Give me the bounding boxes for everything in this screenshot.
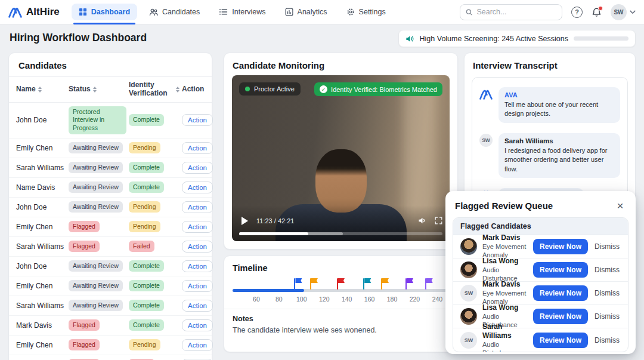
tab-settings[interactable]: Settings: [339, 4, 393, 20]
close-icon[interactable]: [614, 199, 626, 211]
tab-label: Settings: [359, 8, 386, 16]
review-now-button[interactable]: Review Now: [533, 262, 588, 278]
tab-dashboard[interactable]: Dashboard: [72, 4, 137, 20]
action-button[interactable]: Action: [182, 241, 213, 253]
althire-logo-icon: [8, 7, 22, 18]
status-badge: Proctored Interview in Progress: [69, 106, 126, 134]
status-badge: Awaiting Review: [69, 201, 123, 213]
timeline-flag-icon[interactable]: [425, 278, 433, 290]
avatar: SW: [611, 4, 627, 20]
action-button[interactable]: Action: [182, 300, 213, 312]
message-text: I redesigned a food delivery app for smo…: [504, 146, 614, 174]
column-header-status[interactable]: Status: [69, 85, 126, 94]
column-header-verification[interactable]: Identity Verification: [129, 81, 179, 98]
tab-analytics[interactable]: Analytics: [278, 4, 335, 20]
status-badge: Awaiting Review: [69, 162, 123, 174]
verification-badge: Complete: [129, 300, 164, 312]
navbar-actions: SW: [460, 4, 636, 20]
chevron-down-icon: [630, 10, 636, 14]
notes-section: Notes The candidate interview wele ses w…: [224, 309, 457, 334]
candidate-name: John Doe: [16, 203, 66, 211]
dismiss-button[interactable]: Dismiss: [593, 240, 621, 253]
candidates-table-header: Name Status Identity Verification Action: [9, 77, 212, 103]
action-button[interactable]: Action: [182, 162, 213, 174]
page-title: Hiring Workflow Dashboard: [10, 32, 147, 44]
action-button[interactable]: Action: [182, 142, 213, 154]
flagged-candidate-row: Lisa Wong Audio Disturbance Review Now D…: [453, 259, 628, 282]
help-icon[interactable]: [571, 7, 583, 18]
action-button[interactable]: Action: [182, 201, 213, 213]
flagged-candidates-list: Mark Davis Eye Movement Anomaly Review N…: [453, 235, 628, 352]
speaker-icon: [405, 35, 414, 43]
fullscreen-icon[interactable]: [435, 217, 442, 224]
volume-icon[interactable]: [418, 217, 427, 224]
action-button[interactable]: Action: [182, 114, 213, 126]
review-now-button[interactable]: Review Now: [533, 239, 588, 254]
status-badge: Awaiting Review: [69, 142, 123, 154]
message-avatar: SW: [479, 133, 493, 147]
tab-candidates[interactable]: Candidates: [142, 4, 207, 20]
verification-badge: Complete: [129, 319, 164, 331]
flagged-info: Lisa Wong Audio Disturbance: [482, 257, 528, 283]
review-now-button[interactable]: Review Now: [533, 333, 588, 348]
candidate-name: Emily Chen: [16, 282, 66, 290]
flagged-name: Mark Davis: [482, 233, 528, 242]
action-button[interactable]: Action: [182, 181, 213, 193]
verification-badge: Pending: [129, 221, 160, 233]
search-box[interactable]: [460, 4, 562, 20]
people-icon: [149, 8, 158, 16]
brand[interactable]: AltHire: [8, 6, 60, 18]
flagged-avatar: [460, 238, 477, 255]
sort-icon: [176, 87, 179, 93]
timeline-flag-icon[interactable]: [337, 278, 345, 290]
action-button[interactable]: Action: [182, 339, 213, 351]
timeline-flag-icon[interactable]: [363, 278, 371, 290]
proctor-active-badge: Proctor Active: [239, 82, 301, 96]
action-button[interactable]: Action: [182, 260, 213, 272]
column-header-name[interactable]: Name: [16, 85, 66, 94]
notifications-button[interactable]: [592, 7, 602, 17]
dismiss-button[interactable]: Dismiss: [593, 287, 621, 300]
search-input[interactable]: [476, 8, 556, 16]
search-icon: [466, 8, 472, 16]
message-bubble: AVA Tell me about one of your recent des…: [499, 87, 620, 123]
table-row: Mark Davis Flagged Complete Action: [9, 316, 212, 336]
user-menu[interactable]: SW: [611, 4, 636, 20]
tab-label: Analytics: [298, 8, 327, 16]
review-now-button[interactable]: Review Now: [533, 285, 588, 301]
flagged-name: Mark Davis: [482, 280, 528, 289]
bar-chart-icon: [285, 8, 293, 16]
review-now-button[interactable]: Review Now: [533, 309, 588, 324]
timeline-flag-icon[interactable]: [310, 278, 318, 290]
check-icon: [320, 85, 327, 93]
flagged-avatar: [460, 261, 477, 278]
message-avatar: [479, 87, 493, 101]
verification-badge: Pending: [129, 339, 160, 351]
timeline-flag-icon[interactable]: [405, 278, 413, 290]
timeline-axis[interactable]: 6080100120140160180220240: [233, 275, 449, 306]
table-row: Sarah Williams Awaiting Review Complete …: [9, 158, 212, 178]
grid-icon: [79, 8, 87, 16]
timeline-panel: Timeline 6080100120140160180220240 Notes…: [224, 256, 458, 352]
video-progress-bar[interactable]: [239, 232, 442, 235]
timeline-tick-label: 120: [319, 296, 330, 303]
verification-badge: Complete: [129, 280, 164, 292]
status-badge: Awaiting Review: [69, 181, 123, 193]
play-button[interactable]: [242, 217, 248, 225]
action-button[interactable]: Action: [182, 280, 213, 292]
dismiss-button[interactable]: Dismiss: [593, 334, 621, 347]
dismiss-button[interactable]: Dismiss: [593, 263, 621, 276]
action-button[interactable]: Action: [182, 221, 213, 233]
app-root: AltHire Dashboard Candidates Interviews …: [0, 0, 644, 360]
flagged-candidates-card: Flagged Candidates Mark Davis Eye Moveme…: [453, 217, 628, 352]
video-player[interactable]: Proctor Active Identity Verified: Biomet…: [232, 75, 450, 241]
tab-interviews[interactable]: Interviews: [212, 4, 273, 20]
green-dot-icon: [245, 87, 250, 91]
action-button[interactable]: Action: [182, 319, 213, 331]
flagged-candidates-section-title: Flagged Candidates: [453, 218, 628, 235]
timeline-flag-icon[interactable]: [381, 278, 389, 290]
timeline-title: Timeline: [224, 256, 457, 273]
dismiss-button[interactable]: Dismiss: [593, 310, 621, 323]
status-badge: Flagged: [69, 221, 100, 233]
timeline-flag-icon[interactable]: [294, 278, 302, 290]
